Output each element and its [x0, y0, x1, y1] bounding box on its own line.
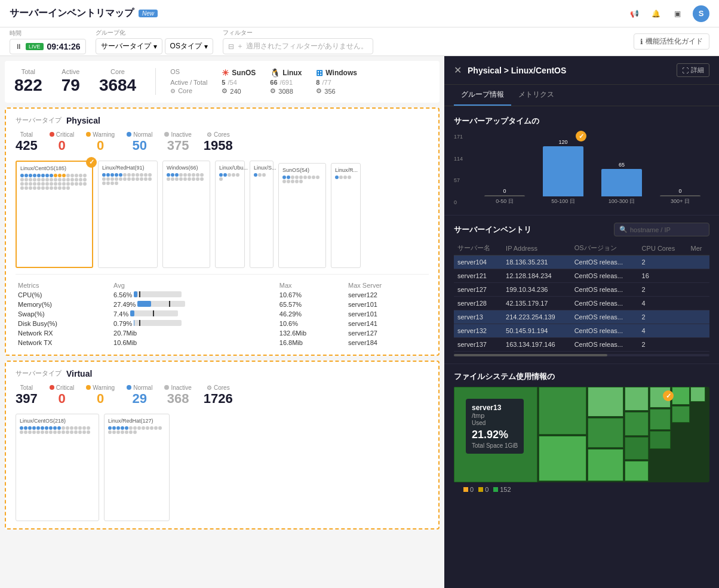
server-os: CentOS releas...: [571, 283, 638, 297]
metric-server: server127: [346, 328, 429, 338]
linux-redhat-subgroup[interactable]: Linux/RedHat(91): [98, 161, 158, 268]
filter-area[interactable]: ⊟ ＋ 適用されたフィルターがありません。: [223, 38, 373, 54]
inactive-dot: [164, 132, 169, 137]
server-dot: [282, 176, 286, 179]
announcement-icon[interactable]: 📢: [628, 8, 640, 20]
server-search-input[interactable]: 🔍 hostname / IP: [614, 223, 709, 236]
feature-guide-button[interactable]: ℹ 機能活性化ガイド: [634, 33, 709, 50]
server-dot: [32, 426, 36, 430]
server-dot: [49, 430, 53, 434]
inv-row-server104[interactable]: server104 18.136.35.231 CentOS releas...…: [454, 255, 709, 269]
server-dot: [24, 430, 27, 434]
linux-r-subgroup[interactable]: Linux/R...: [331, 163, 361, 268]
server-dot: [108, 426, 112, 430]
server-dot: [299, 180, 303, 183]
inv-row-server137[interactable]: server137 163.134.197.146 CentOS releas.…: [454, 338, 709, 352]
tm-cell-small6: [625, 437, 649, 460]
server-dot: [53, 426, 57, 430]
virt-total: Total 397: [16, 384, 38, 407]
phys-inactive-label: Inactive: [164, 131, 191, 138]
linux-ubuntu-subgroup[interactable]: Linux/Ubu...: [215, 161, 245, 268]
server-dot: [62, 174, 66, 177]
tab-group-info[interactable]: グループ情報: [454, 85, 511, 106]
core-row: ⚙ Core: [170, 87, 207, 94]
inv-row-server13[interactable]: server13 214.223.254.139 CentOS releas..…: [454, 310, 709, 324]
server-dot: [254, 173, 257, 177]
server-dot: [33, 182, 36, 186]
os-type-dropdown[interactable]: OSタイプ ▾: [165, 38, 213, 54]
server-dot: [258, 173, 262, 177]
virt-warning-val: 0: [97, 391, 104, 407]
server-dot: [179, 177, 183, 181]
toolbar: 時間 ⏸ LIVE 09:41:26 グループ化 サーバータイプ ▾ OSタイプ…: [0, 27, 719, 56]
inventory-header: サーバーインベントリ 🔍 hostname / IP: [454, 223, 709, 236]
server-dot: [171, 173, 174, 177]
layout-icon[interactable]: ▣: [671, 8, 683, 20]
active-total-label: Active / Total: [170, 79, 207, 86]
server-dot: [282, 180, 286, 183]
server-os: CentOS releas...: [571, 269, 638, 283]
sunos-subgroup[interactable]: SunOS(54): [278, 163, 326, 268]
server-mem: [687, 324, 709, 338]
legend-green-dot: [493, 487, 498, 492]
server-dot: [45, 186, 49, 190]
linux-s-subgroup[interactable]: Linux/S...: [250, 161, 274, 268]
server-dot: [115, 177, 118, 181]
filesystem-section: ファイルシステム使用情報の: [444, 364, 719, 504]
server-dot: [37, 182, 41, 186]
server-dot: [41, 186, 45, 190]
server-cores: 2: [638, 338, 687, 352]
fs-used-row: Used 21.92%: [472, 419, 518, 441]
server-dot: [28, 430, 32, 434]
physical-group-card: サーバータイプ Physical Total 425 Critical 0: [5, 107, 440, 356]
new-badge: New: [139, 10, 158, 17]
server-dot: [74, 430, 78, 434]
sunos-core: ⚙ 240: [222, 87, 256, 95]
virt-critical: Critical 0: [50, 384, 75, 407]
user-avatar[interactable]: S: [693, 5, 709, 22]
virt-cores-val: 1726: [204, 391, 233, 407]
virt-centos-subgroup[interactable]: Linux/CentOS(218): [16, 414, 99, 521]
server-dot: [223, 173, 227, 177]
filter-label: フィルター: [223, 29, 373, 37]
server-dot: [299, 176, 303, 179]
server-dot: [45, 182, 49, 186]
server-dot: [335, 176, 339, 179]
bar-col-0-50: 0 0-50 日: [475, 188, 534, 205]
total-value: 822: [14, 75, 42, 96]
close-button[interactable]: ✕: [454, 64, 462, 76]
expand-button[interactable]: ⛶ 詳細: [677, 63, 709, 77]
server-os: CentOS releas...: [571, 297, 638, 310]
server-dot: [102, 181, 106, 185]
fs-server-name: server13: [472, 404, 518, 412]
server-dot: [24, 174, 28, 177]
inv-row-server121[interactable]: server121 12.128.184.234 CentOS releas..…: [454, 269, 709, 283]
pause-button[interactable]: ⏸: [15, 42, 22, 51]
server-dot: [183, 173, 187, 177]
server-dot: [129, 430, 133, 434]
inv-row-server127[interactable]: server127 199.10.34.236 CentOS releas...…: [454, 283, 709, 297]
linux-centos-subgroup[interactable]: ✓ Linux/CentOS(185): [16, 161, 93, 268]
virtual-stats: Total 397 Critical 0 Warning 0: [16, 384, 429, 407]
phys-cores-label: ⚙ Cores: [207, 131, 230, 138]
server-dot: [82, 430, 86, 434]
server-dot: [295, 176, 299, 179]
col-mem: Mer: [687, 241, 709, 255]
windows-subgroup[interactable]: Windows(66): [162, 161, 210, 268]
server-dot: [175, 173, 179, 177]
tab-metrics[interactable]: メトリクス: [511, 85, 561, 106]
inv-row-server132[interactable]: server132 50.145.91.194 CentOS releas...…: [454, 324, 709, 338]
server-dot: [50, 178, 53, 181]
virt-redhat-subgroup[interactable]: Linux/RedHat(127): [104, 414, 170, 521]
critical-dot: [50, 132, 54, 137]
server-dot: [123, 173, 127, 177]
notification-icon[interactable]: 🔔: [650, 8, 662, 20]
legend-yellow: 0: [478, 486, 488, 493]
server-dot: [188, 177, 191, 181]
server-dot: [79, 178, 82, 181]
inv-row-server128[interactable]: server128 42.135.179.17 CentOS releas...…: [454, 297, 709, 310]
server-type-dropdown[interactable]: サーバータイプ ▾: [96, 38, 162, 54]
tm-cell-tiny4: [672, 387, 690, 405]
metric-avg: 10.6Mib: [111, 338, 277, 347]
total-stat: Total 822: [14, 68, 42, 96]
